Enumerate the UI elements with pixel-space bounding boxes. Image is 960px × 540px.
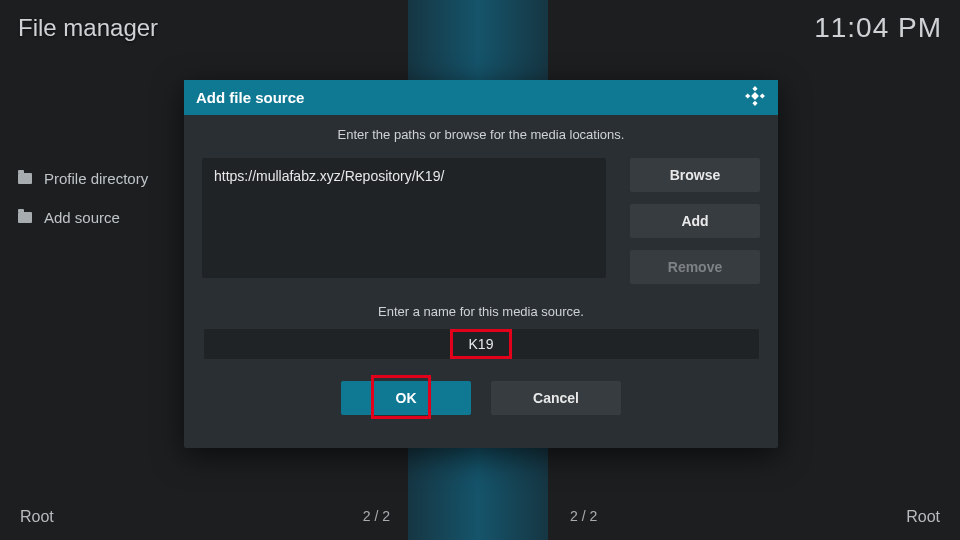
sidebar: Profile directory Add source <box>18 170 148 248</box>
path-input[interactable]: https://mullafabz.xyz/Repository/K19/ <box>202 158 606 278</box>
clock: 11:04 PM <box>814 12 942 44</box>
sidebar-item-profile-directory[interactable]: Profile directory <box>18 170 148 187</box>
path-value: https://mullafabz.xyz/Repository/K19/ <box>214 168 444 184</box>
dialog-title: Add file source <box>196 89 304 106</box>
source-name-input[interactable]: K19 <box>204 329 759 359</box>
dialog-header: Add file source <box>184 80 778 115</box>
svg-rect-4 <box>751 92 759 100</box>
svg-rect-2 <box>760 93 765 98</box>
sidebar-item-label: Add source <box>44 209 120 226</box>
cancel-button[interactable]: Cancel <box>491 381 621 415</box>
header-bar: File manager 11:04 PM <box>18 12 942 44</box>
name-instruction: Enter a name for this media source. <box>202 304 760 319</box>
ok-button[interactable]: OK <box>341 381 471 415</box>
kodi-logo-icon <box>744 85 766 111</box>
footer-bar: Root 2 / 2 2 / 2 Root <box>20 508 940 526</box>
sidebar-item-label: Profile directory <box>44 170 148 187</box>
ok-label: OK <box>396 390 417 406</box>
svg-rect-3 <box>752 100 757 105</box>
sidebar-item-add-source[interactable]: Add source <box>18 209 148 226</box>
footer-right-count: 2 / 2 <box>570 508 597 524</box>
footer-right-root: Root <box>906 508 940 526</box>
dialog-body: Enter the paths or browse for the media … <box>184 115 778 433</box>
folder-icon <box>18 212 32 223</box>
folder-icon <box>18 173 32 184</box>
path-instruction: Enter the paths or browse for the media … <box>202 127 760 142</box>
add-file-source-dialog: Add file source Enter the paths or brows… <box>184 80 778 448</box>
svg-rect-0 <box>752 86 757 91</box>
remove-button: Remove <box>630 250 760 284</box>
footer-left-root: Root <box>20 508 54 526</box>
source-name-value: K19 <box>469 336 494 352</box>
browse-button[interactable]: Browse <box>630 158 760 192</box>
footer-left-count: 2 / 2 <box>363 508 390 524</box>
page-title: File manager <box>18 14 158 42</box>
svg-rect-1 <box>745 93 750 98</box>
add-button[interactable]: Add <box>630 204 760 238</box>
source-name-highlight: K19 <box>450 329 513 359</box>
